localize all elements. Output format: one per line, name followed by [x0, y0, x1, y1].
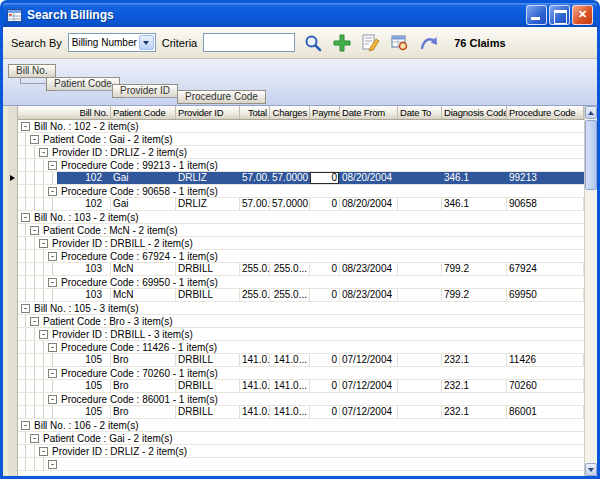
data-row-105-70260[interactable]: 105BroDRBILL141.0...141.0...007/12/20042…: [18, 380, 584, 393]
tree-guide-line: [25, 289, 26, 301]
group-row-procedure-code-67924-1-item-s[interactable]: -Procedure Code : 67924 - 1 item(s): [18, 250, 584, 263]
criteria-input[interactable]: [203, 33, 295, 52]
group-row-patient-code-gai-2-item-s[interactable]: -Patient Code : Gai - 2 item(s): [18, 432, 584, 445]
groupby-tag-procedure-code[interactable]: Procedure Code: [177, 90, 266, 104]
tree-guide-line: [25, 250, 26, 262]
collapse-toggle-icon[interactable]: -: [48, 395, 57, 404]
group-row-procedure-code-69950-1-item-s[interactable]: -Procedure Code : 69950 - 1 item(s): [18, 276, 584, 289]
group-row-procedure-code-11426-1-item-s[interactable]: -Procedure Code : 11426 - 1 item(s): [18, 341, 584, 354]
add-button[interactable]: [330, 31, 353, 54]
scrollbar-track[interactable]: [585, 119, 597, 463]
group-row-provider-id-drbill-2-item-s[interactable]: -Provider ID : DRBILL - 2 item(s): [18, 237, 584, 250]
tree-guide-line: [43, 250, 44, 262]
tree-guide-line: [34, 328, 35, 340]
groupby-connector-line: [124, 97, 177, 98]
collapse-toggle-icon[interactable]: -: [21, 421, 30, 430]
column-header-total[interactable]: Total: [240, 106, 270, 120]
window-title: Search Billings: [27, 8, 526, 22]
cell-diagnosis-code: 346.1: [442, 198, 507, 210]
search-by-dropdown[interactable]: Billing Number: [68, 33, 156, 52]
data-row-103-69950[interactable]: 103McNDRBILL255.0...255.0...008/23/20047…: [18, 289, 584, 302]
collapse-toggle-icon[interactable]: -: [48, 252, 57, 261]
tree-guide-line: [25, 432, 26, 444]
collapse-toggle-icon[interactable]: -: [48, 460, 57, 469]
group-row-procedure-code-99213-1-item-s[interactable]: -Procedure Code : 99213 - 1 item(s): [18, 159, 584, 172]
collapse-toggle-icon[interactable]: -: [21, 122, 30, 131]
collapse-toggle-icon[interactable]: -: [30, 226, 39, 235]
tree-guide-line: [43, 289, 44, 301]
cell-procedure-code: 99213: [507, 172, 584, 184]
data-row-105-86001[interactable]: 105BroDRBILL141.0...141.0...007/12/20042…: [18, 406, 584, 419]
group-row-provider-id-drbill-3-item-s[interactable]: -Provider ID : DRBILL - 3 item(s): [18, 328, 584, 341]
collapse-toggle-icon[interactable]: -: [48, 161, 57, 170]
vertical-scrollbar[interactable]: [584, 106, 597, 476]
collapse-toggle-icon[interactable]: -: [48, 369, 57, 378]
search-button[interactable]: [301, 31, 324, 54]
close-button[interactable]: [572, 5, 593, 25]
column-header-date-from[interactable]: Date From: [340, 106, 398, 120]
group-row-label: Patient Code : Gai - 2 item(s): [43, 134, 173, 145]
cell-payme: 0: [310, 289, 340, 301]
dropdown-button[interactable]: [139, 35, 154, 50]
collapse-toggle-icon[interactable]: -: [39, 330, 48, 339]
data-row-105-11426[interactable]: 105BroDRBILL141.0...141.0...007/12/20042…: [18, 354, 584, 367]
column-header-provider-id[interactable]: Provider ID: [176, 106, 240, 120]
payment-edit-cell[interactable]: 0: [310, 172, 340, 184]
group-row-bill-no-105-3-item-s[interactable]: -Bill No. : 105 - 3 item(s): [18, 302, 584, 315]
collapse-toggle-icon[interactable]: -: [30, 434, 39, 443]
group-row-patient-code-mcn-2-item-s[interactable]: -Patient Code : McN - 2 item(s): [18, 224, 584, 237]
collapse-toggle-icon[interactable]: -: [39, 239, 48, 248]
group-row-procedure-code-90658-1-item-s[interactable]: -Procedure Code : 90658 - 1 item(s): [18, 185, 584, 198]
data-row-102-90658[interactable]: 102GaiDRLIZ57.00...57.0000008/20/2004346…: [18, 198, 584, 211]
group-row-bill-no-106-2-item-s[interactable]: -Bill No. : 106 - 2 item(s): [18, 419, 584, 432]
column-header-bill-no[interactable]: Bill No.: [18, 106, 111, 120]
plus-icon: [332, 33, 352, 53]
edit-button[interactable]: [359, 31, 382, 54]
column-header-date-to[interactable]: Date To: [398, 106, 442, 120]
collapse-toggle-icon[interactable]: -: [48, 278, 57, 287]
tree-guide-line: [25, 263, 26, 275]
data-row-103-67924[interactable]: 103McNDRBILL255.0...255.0...008/23/20047…: [18, 263, 584, 276]
groupby-tag-patient-code[interactable]: Patient Code: [46, 77, 120, 91]
collapse-toggle-icon[interactable]: -: [48, 343, 57, 352]
group-row-label: Bill No. : 103 - 2 item(s): [34, 212, 138, 223]
app-icon: [7, 8, 23, 22]
scroll-up-button[interactable]: [585, 106, 597, 119]
collapse-toggle-icon[interactable]: -: [21, 304, 30, 313]
group-row-bill-no-103-2-item-s[interactable]: -Bill No. : 103 - 2 item(s): [18, 211, 584, 224]
titlebar[interactable]: Search Billings: [3, 3, 597, 27]
group-row-patient-code-bro-3-item-s[interactable]: -Patient Code : Bro - 3 item(s): [18, 315, 584, 328]
collapse-toggle-icon[interactable]: -: [39, 447, 48, 456]
refresh-button[interactable]: [417, 31, 440, 54]
tree-guide-line: [25, 458, 26, 470]
group-row-procedure-code-86001-1-item-s[interactable]: -Procedure Code : 86001 - 1 item(s): [18, 393, 584, 406]
groupby-tag-bill-no[interactable]: Bill No.: [8, 64, 56, 78]
column-header-procedure-code[interactable]: Procedure Code: [507, 106, 584, 120]
group-row-patient-code-gai-2-item-s[interactable]: -Patient Code : Gai - 2 item(s): [18, 133, 584, 146]
group-row-partial[interactable]: -: [18, 458, 584, 471]
groupby-panel: Bill No.Patient CodeProvider IDProcedure…: [3, 59, 597, 106]
maximize-button[interactable]: [549, 5, 570, 25]
column-header-payme[interactable]: Payme...: [310, 106, 340, 120]
scroll-down-button[interactable]: [585, 463, 597, 476]
group-row-bill-no-102-2-item-s[interactable]: -Bill No. : 102 - 2 item(s): [18, 120, 584, 133]
column-header-charges[interactable]: Charges: [270, 106, 310, 120]
collapse-toggle-icon[interactable]: -: [39, 148, 48, 157]
group-row-provider-id-drliz-2-item-s[interactable]: -Provider ID : DRLIZ - 2 item(s): [18, 146, 584, 159]
collapse-toggle-icon[interactable]: -: [30, 317, 39, 326]
collapse-toggle-icon[interactable]: -: [48, 187, 57, 196]
scrollbar-thumb[interactable]: [585, 120, 597, 190]
collapse-toggle-icon[interactable]: -: [30, 135, 39, 144]
data-row-102-99213[interactable]: 102GaiDRLIZ57.00...57.0000008/20/2004346…: [18, 172, 584, 185]
collapse-toggle-icon[interactable]: -: [21, 213, 30, 222]
groupby-tag-provider-id[interactable]: Provider ID: [112, 84, 178, 98]
group-row-procedure-code-70260-1-item-s[interactable]: -Procedure Code : 70260 - 1 item(s): [18, 367, 584, 380]
column-header-patient-code[interactable]: Patient Code: [111, 106, 176, 120]
view-details-button[interactable]: [388, 31, 411, 54]
minimize-button[interactable]: [526, 5, 547, 25]
cell-date-to: [398, 263, 442, 275]
column-header-diagnosis-code[interactable]: Diagnosis Code: [442, 106, 507, 120]
cell-patient-code: Bro: [111, 354, 176, 366]
cell-procedure-code: 70260: [507, 380, 584, 392]
group-row-provider-id-drliz-2-item-s[interactable]: -Provider ID : DRLIZ - 2 item(s): [18, 445, 584, 458]
